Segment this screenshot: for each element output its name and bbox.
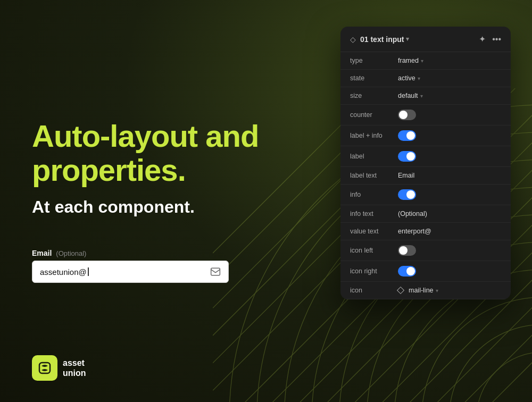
diamond-prefix-icon (397, 287, 404, 294)
input-label: Email (32, 249, 52, 257)
panel-header-actions: ✦ ••• (479, 34, 501, 44)
prop-text: (Optional) (398, 210, 427, 217)
toggle-thumb (406, 267, 415, 275)
cursor (88, 267, 89, 276)
toggle-label[interactable] (398, 151, 416, 162)
logo: asset union (32, 355, 86, 381)
prop-value (398, 189, 501, 200)
toggle-thumb (406, 190, 415, 199)
prop-label: icon (350, 287, 398, 294)
toggle-thumb (406, 152, 415, 161)
logo-icon (32, 355, 57, 381)
input-value: assetunion@ (40, 267, 206, 277)
dropdown-chevron-icon[interactable]: ▾ (418, 76, 420, 81)
title-chevron-icon: ▾ (406, 36, 409, 43)
prop-row-icon: iconmail-line▾ (340, 282, 511, 299)
prop-label: value text (350, 228, 398, 235)
toggle-icon-left[interactable] (398, 245, 416, 256)
prop-label: label (350, 153, 398, 160)
headline: Auto-layout and properties. (32, 119, 309, 187)
prop-value: (Optional) (398, 210, 501, 217)
prop-label: icon left (350, 247, 398, 254)
toggle-icon-right[interactable] (398, 266, 416, 277)
diamond-icon: ◇ (350, 35, 356, 44)
input-label-row: Email (Optional) (32, 249, 229, 257)
properties-panel: ◇ 01 text input ▾ ✦ ••• typeframed▾state… (340, 27, 511, 299)
prop-row-label: label (340, 146, 511, 167)
left-panel: Auto-layout and properties. At each comp… (32, 0, 309, 402)
prop-text: default (398, 92, 418, 99)
prop-value: enterport@ (398, 228, 501, 235)
prop-value: mail-line▾ (398, 287, 501, 294)
prop-label: info (350, 191, 398, 198)
more-options-icon[interactable]: ••• (492, 35, 501, 44)
dropdown-chevron-icon[interactable]: ▾ (420, 93, 423, 99)
prop-text: active (398, 74, 415, 82)
email-input-component: Email (Optional) assetunion@ (32, 249, 229, 283)
prop-row-label-text: label textEmail (340, 167, 511, 185)
prop-label: counter (350, 111, 398, 119)
dropdown-chevron-icon[interactable]: ▾ (436, 288, 438, 294)
prop-value (398, 245, 501, 256)
dropdown-chevron-icon[interactable]: ▾ (421, 58, 423, 64)
prop-row-counter: counter (340, 105, 511, 125)
svg-rect-27 (39, 363, 50, 373)
prop-value: Email (398, 172, 501, 179)
prop-label: icon right (350, 267, 398, 275)
prop-value: active▾ (398, 74, 501, 82)
panel-header: ◇ 01 text input ▾ ✦ ••• (340, 27, 511, 52)
prop-text: mail-line (409, 287, 434, 294)
prop-label: info text (350, 210, 398, 217)
prop-row-info-text: info text(Optional) (340, 205, 511, 223)
input-box[interactable]: assetunion@ (32, 261, 229, 283)
prop-row-info: info (340, 185, 511, 205)
toggle-thumb (399, 111, 408, 119)
prop-value (398, 151, 501, 162)
prop-label: label + info (350, 132, 398, 139)
subheadline: At each component. (32, 197, 309, 217)
move-icon[interactable]: ✦ (479, 34, 486, 44)
prop-text: Email (398, 172, 414, 179)
toggle-label-+-info[interactable] (398, 130, 416, 141)
prop-value (398, 130, 501, 141)
prop-text: enterport@ (398, 228, 431, 235)
toggle-thumb (399, 246, 408, 255)
toggle-thumb (406, 131, 415, 140)
prop-row-icon-left: icon left (340, 240, 511, 261)
mail-icon (210, 266, 221, 277)
prop-value: default▾ (398, 92, 501, 99)
properties-list: typeframed▾stateactive▾sizedefault▾count… (340, 52, 511, 299)
input-optional: (Optional) (56, 249, 86, 257)
prop-label: state (350, 74, 398, 82)
prop-row-type: typeframed▾ (340, 52, 511, 70)
prop-row-label-+-info: label + info (340, 125, 511, 146)
prop-row-size: sizedefault▾ (340, 87, 511, 105)
prop-label: type (350, 57, 398, 64)
prop-value: framed▾ (398, 57, 501, 64)
toggle-info[interactable] (398, 189, 416, 200)
prop-row-value-text: value textenterport@ (340, 223, 511, 240)
svg-rect-26 (211, 269, 220, 275)
prop-text: framed (398, 57, 419, 64)
prop-row-icon-right: icon right (340, 261, 511, 282)
prop-value (398, 110, 501, 120)
prop-label: label text (350, 172, 398, 179)
toggle-counter[interactable] (398, 110, 416, 120)
panel-title: 01 text input ▾ (360, 35, 475, 44)
prop-label: size (350, 92, 398, 99)
logo-text: asset union (63, 358, 86, 378)
prop-value (398, 266, 501, 277)
prop-row-state: stateactive▾ (340, 70, 511, 87)
